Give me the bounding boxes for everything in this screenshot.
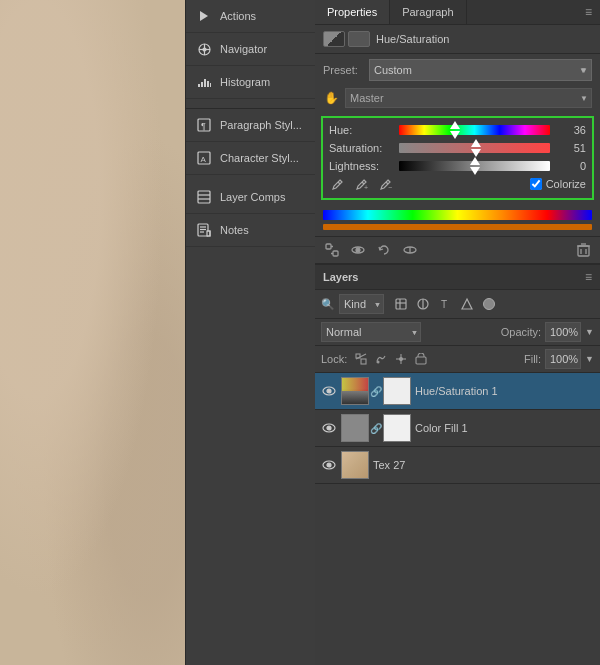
filter-type-icon[interactable]: T xyxy=(436,295,454,313)
sidebar-item-navigator[interactable]: Navigator xyxy=(186,33,315,66)
saturation-label: Saturation: xyxy=(329,142,399,154)
play-icon xyxy=(196,8,212,24)
svg-rect-7 xyxy=(204,79,206,87)
sidebar-item-notes[interactable]: Notes xyxy=(186,214,315,247)
colorize-checkbox[interactable] xyxy=(530,178,542,190)
sidebar-item-character-styles[interactable]: A Character Styl... xyxy=(186,142,315,175)
mask-visibility-icon[interactable] xyxy=(349,241,367,259)
channel-select[interactable]: Master xyxy=(345,88,592,108)
tex-thumb xyxy=(341,451,369,479)
light-thumb-top xyxy=(470,157,480,165)
character-icon: A xyxy=(196,150,212,166)
layer-mask-thumb xyxy=(383,414,411,442)
saturation-slider-track[interactable] xyxy=(399,143,550,153)
delete-adjustment-icon[interactable] xyxy=(574,241,592,259)
layer-visibility-toggle[interactable] xyxy=(321,457,337,473)
sidebar-item-actions[interactable]: Actions xyxy=(186,0,315,33)
previous-state-icon[interactable] xyxy=(375,241,393,259)
hue-sat-adjustment-thumb xyxy=(341,377,369,405)
svg-point-60 xyxy=(327,463,331,467)
eyedropper-plus-icon[interactable]: + xyxy=(353,176,369,192)
svg-rect-9 xyxy=(210,83,211,87)
layer-item-hue-saturation[interactable]: 🔗 Hue/Saturation 1 xyxy=(315,373,600,410)
preset-select[interactable]: Custom xyxy=(369,59,592,81)
filter-pixel-icon[interactable] xyxy=(392,295,410,313)
layer-thumbnail-group: 🔗 xyxy=(341,377,411,405)
blend-select-wrapper: Normal ▼ xyxy=(321,322,421,342)
panel-title: Hue/Saturation xyxy=(376,33,449,45)
svg-rect-5 xyxy=(198,84,200,87)
link-previous-icon[interactable] xyxy=(323,241,341,259)
lock-row: Lock: xyxy=(315,346,600,373)
panel-menu-icon[interactable]: ≡ xyxy=(577,1,600,23)
lock-position-icon[interactable] xyxy=(393,351,409,367)
mask-icon xyxy=(348,31,370,47)
fill-row: Fill: ▼ xyxy=(524,349,594,369)
layer-mask-thumb xyxy=(383,377,411,405)
sidebar-item-layer-comps[interactable]: Layer Comps xyxy=(186,181,315,214)
eyedropper-minus-icon[interactable]: − xyxy=(377,176,393,192)
layers-menu-icon[interactable]: ≡ xyxy=(585,270,592,284)
sidebar-item-paragraph-styles[interactable]: ¶ Paragraph Styl... xyxy=(186,109,315,142)
eyedropper-icon[interactable] xyxy=(329,176,345,192)
svg-marker-46 xyxy=(462,299,472,309)
bottom-toolbar xyxy=(315,236,600,263)
sidebar-item-label: Paragraph Styl... xyxy=(220,119,302,131)
layer-name: Hue/Saturation 1 xyxy=(415,385,498,397)
layer-name: Color Fill 1 xyxy=(415,422,468,434)
svg-rect-14 xyxy=(198,191,210,203)
hue-thumb-top xyxy=(450,121,460,129)
kind-select[interactable]: Kind xyxy=(339,294,384,314)
properties-panel: Properties Paragraph ≡ Hue/Saturation Pr… xyxy=(315,0,600,265)
hue-slider-track[interactable] xyxy=(399,125,550,135)
paragraph-icon: ¶ xyxy=(196,117,212,133)
fill-dropdown-arrow[interactable]: ▼ xyxy=(585,354,594,364)
color-fill-thumb xyxy=(341,414,369,442)
svg-text:T: T xyxy=(441,299,447,310)
lightness-slider-track[interactable] xyxy=(399,161,550,171)
lock-label: Lock: xyxy=(321,353,347,365)
opacity-dropdown-arrow[interactable]: ▼ xyxy=(585,327,594,337)
filter-smartobj-icon[interactable] xyxy=(480,295,498,313)
svg-rect-40 xyxy=(396,299,406,309)
svg-point-58 xyxy=(327,426,331,430)
filter-adjustment-icon[interactable] xyxy=(414,295,432,313)
svg-point-53 xyxy=(400,358,403,361)
color-bar-section xyxy=(315,204,600,236)
lock-image-icon[interactable] xyxy=(373,351,389,367)
layer-link-icon: 🔗 xyxy=(370,386,382,397)
svg-point-50 xyxy=(377,361,379,363)
lock-artboard-icon[interactable] xyxy=(413,351,429,367)
layer-item-color-fill[interactable]: 🔗 Color Fill 1 xyxy=(315,410,600,447)
fill-input[interactable] xyxy=(545,349,581,369)
sat-thumb-top xyxy=(471,139,481,147)
preset-select-wrapper: Custom ▼ xyxy=(369,59,592,81)
compass-icon xyxy=(196,41,212,57)
layer-visibility-toggle[interactable] xyxy=(321,420,337,436)
layer-item-tex27[interactable]: Tex 27 xyxy=(315,447,600,484)
opacity-input[interactable] xyxy=(545,322,581,342)
lightness-label: Lightness: xyxy=(329,160,399,172)
layers-panel-title: Layers xyxy=(323,271,358,283)
layer-thumbnail-group xyxy=(341,451,369,479)
opacity-row: Opacity: ▼ xyxy=(501,322,594,342)
svg-rect-28 xyxy=(333,251,338,256)
layer-visibility-toggle[interactable] xyxy=(321,383,337,399)
lock-transparent-icon[interactable] xyxy=(353,351,369,367)
filter-shape-icon[interactable] xyxy=(458,295,476,313)
blend-mode-select[interactable]: Normal xyxy=(321,322,421,342)
adjustment-box: Hue: 36 Saturation: 51 Lightness: xyxy=(321,116,594,200)
view-mode-icon[interactable] xyxy=(401,241,419,259)
svg-text:A: A xyxy=(201,155,207,164)
output-spectrum-bar xyxy=(323,224,592,230)
sidebar-item-label: Histogram xyxy=(220,76,270,88)
layer-thumbnail-group: 🔗 xyxy=(341,414,411,442)
svg-rect-48 xyxy=(361,359,366,364)
hand-tool-icon: ✋ xyxy=(323,90,339,106)
preset-row: Preset: Custom ▼ xyxy=(315,54,600,86)
sidebar-item-histogram[interactable]: Histogram xyxy=(186,66,315,99)
kind-select-wrapper: Kind ▼ xyxy=(339,294,384,314)
light-thumb-bottom xyxy=(470,167,480,175)
tab-paragraph[interactable]: Paragraph xyxy=(390,0,466,24)
tab-properties[interactable]: Properties xyxy=(315,0,390,24)
